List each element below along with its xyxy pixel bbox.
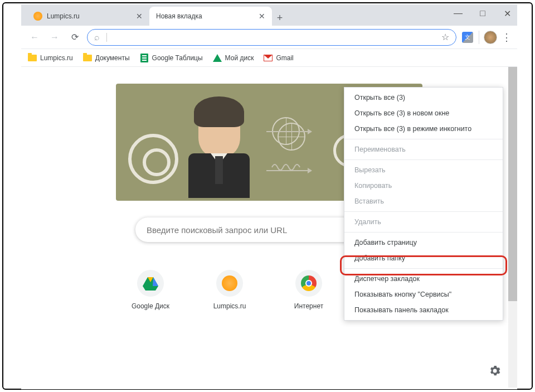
tab-bar: Lumpics.ru ✕ Новая вкладка ✕ + [21, 4, 517, 26]
search-icon: ⌕ [94, 32, 100, 42]
drive-icon [213, 54, 222, 62]
cursor [106, 33, 107, 42]
tab-title: Новая вкладка [156, 12, 202, 20]
separator [479, 31, 479, 44]
close-tab-icon[interactable]: ✕ [259, 12, 265, 21]
drive-icon [137, 270, 164, 297]
menu-separator [344, 211, 503, 212]
orange-icon [216, 270, 243, 297]
sheets-icon [140, 54, 149, 62]
menu-show-bookmarks-bar[interactable]: Показывать панель закладок [344, 302, 503, 318]
menu-delete[interactable]: Удалить [344, 214, 503, 230]
scrollbar[interactable] [508, 67, 517, 388]
bookmark-label: Мой диск [225, 54, 254, 62]
nav-bar: ← → ⟳ ⌕ ☆ 文 ⋮ [21, 26, 517, 49]
maximize-button[interactable]: □ [477, 8, 488, 19]
menu-separator [344, 268, 503, 269]
settings-gear-icon[interactable] [488, 364, 502, 378]
shortcut-label: Интернет [294, 302, 323, 310]
tab-lumpics[interactable]: Lumpics.ru ✕ [27, 7, 149, 26]
bookmarks-bar: Lumpics.ru Документы Google Таблицы Мой … [21, 49, 517, 67]
menu-open-all-incognito[interactable]: Открыть все (3) в режиме инкогнито [344, 121, 503, 137]
more-menu-button[interactable]: ⋮ [502, 31, 512, 43]
shortcut-drive[interactable]: Google Диск [120, 270, 181, 310]
menu-paste[interactable]: Вставить [344, 193, 503, 209]
address-bar[interactable]: ⌕ ☆ [87, 29, 456, 46]
menu-rename[interactable]: Переименовать [344, 142, 503, 157]
tab-new[interactable]: Новая вкладка ✕ [149, 7, 272, 26]
menu-separator [344, 139, 503, 139]
menu-open-all-window[interactable]: Открыть все (3) в новом окне [344, 105, 503, 121]
menu-bookmark-manager[interactable]: Диспетчер закладок [344, 271, 503, 287]
minimize-button[interactable]: — [453, 8, 464, 19]
translate-extension-icon[interactable]: 文 [461, 31, 474, 44]
folder-icon [28, 54, 37, 62]
browser-window: — □ ✕ Lumpics.ru ✕ Новая вкладка ✕ + ← →… [21, 4, 517, 389]
bookmark-gmail[interactable]: Gmail [264, 54, 293, 62]
shortcut-label: Google Диск [132, 302, 169, 310]
star-icon[interactable]: ☆ [441, 32, 449, 42]
shortcut-lumpics[interactable]: Lumpics.ru [199, 270, 260, 310]
menu-separator [344, 159, 503, 160]
reload-button[interactable]: ⟳ [67, 30, 82, 45]
bookmark-label: Google Таблицы [152, 54, 203, 62]
profile-avatar[interactable] [484, 31, 497, 44]
shortcut-internet[interactable]: Интернет [278, 270, 339, 310]
bookmark-lumpics[interactable]: Lumpics.ru [28, 54, 73, 62]
bookmark-documents[interactable]: Документы [83, 54, 130, 62]
menu-add-page[interactable]: Добавить страницу [344, 235, 503, 250]
tab-title: Lumpics.ru [47, 12, 80, 20]
menu-show-apps-button[interactable]: Показывать кнопку "Сервисы" [344, 287, 503, 302]
folder-icon [83, 54, 92, 62]
window-controls: — □ ✕ [453, 8, 513, 19]
forward-button[interactable]: → [47, 30, 62, 45]
bookmark-sheets[interactable]: Google Таблицы [140, 54, 203, 62]
context-menu: Открыть все (3) Открыть все (3) в новом … [344, 87, 503, 321]
menu-cut[interactable]: Вырезать [344, 162, 503, 178]
gmail-icon [264, 54, 273, 62]
bookmark-drive[interactable]: Мой диск [213, 54, 254, 62]
bookmark-label: Lumpics.ru [40, 54, 73, 62]
menu-copy[interactable]: Копировать [344, 178, 503, 193]
close-tab-icon[interactable]: ✕ [136, 12, 143, 21]
svg-marker-2 [153, 277, 158, 286]
chrome-icon [295, 270, 322, 297]
shortcut-label: Lumpics.ru [213, 302, 246, 310]
back-button[interactable]: ← [27, 30, 42, 45]
menu-open-all[interactable]: Открыть все (3) [344, 90, 503, 105]
menu-add-folder[interactable]: Добавить папку [344, 250, 503, 266]
close-window-button[interactable]: ✕ [502, 8, 513, 19]
bookmark-label: Документы [95, 54, 130, 62]
menu-separator [344, 232, 503, 233]
new-tab-button[interactable]: + [272, 10, 288, 26]
orange-icon [33, 12, 42, 21]
bookmark-label: Gmail [276, 54, 293, 62]
